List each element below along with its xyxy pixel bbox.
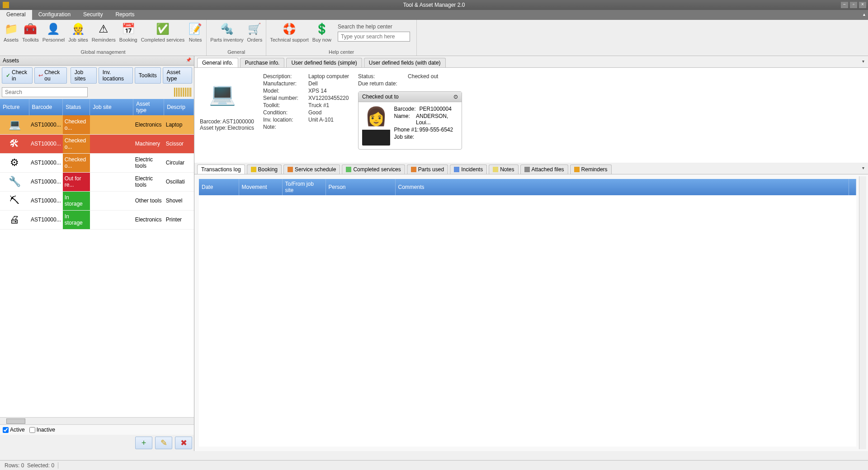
detail-tab-udf-simple[interactable]: User defined fields (simple) <box>286 58 362 67</box>
asset-thumbnail: ⛏ <box>0 191 29 210</box>
log-col-comments[interactable]: Comments <box>395 179 849 195</box>
filter-job-sites[interactable]: Job sites <box>71 67 97 84</box>
log-vertical-scrollbar[interactable] <box>859 176 866 449</box>
log-col-tofrom[interactable]: To/From job site <box>282 179 326 195</box>
edit-button[interactable]: ✎ <box>155 437 172 449</box>
asset-thumbnail: ⚙ <box>0 153 29 172</box>
table-row[interactable]: 🛠 AST10000... Checked o... Machinery Sci… <box>0 134 194 153</box>
ribbon-booking[interactable]: 📅Booking <box>118 21 139 49</box>
asset-image: 💻 <box>200 73 245 114</box>
log-col-date[interactable]: Date <box>199 179 239 195</box>
col-asset-type[interactable]: Asset type <box>133 99 164 115</box>
log-col-person[interactable]: Person <box>326 179 395 195</box>
col-barcode[interactable]: Barcode <box>29 99 63 115</box>
tab-general[interactable]: General <box>0 10 32 20</box>
tab-security[interactable]: Security <box>77 10 109 20</box>
log-tab-schedule[interactable]: Service schedule <box>283 164 340 174</box>
filter-asset-type[interactable]: Asset type <box>163 67 192 84</box>
table-row[interactable]: ⚙ AST10000... Checked o... Electric tool… <box>0 153 194 172</box>
pin-icon[interactable]: 📌 <box>186 57 191 64</box>
parts-icon: 🔩 <box>220 22 234 36</box>
close-button[interactable]: × <box>859 2 866 8</box>
col-job-site[interactable]: Job site <box>90 99 133 115</box>
log-col-movement[interactable]: Movement <box>239 179 282 195</box>
ribbon-assets[interactable]: 📁Assets <box>2 21 20 49</box>
check-in-button[interactable]: Check in <box>2 67 33 84</box>
ribbon: 📁Assets 🧰Toolkits 👤Personnel 👷Job sites … <box>0 20 868 56</box>
active-checkbox[interactable]: Active <box>3 427 25 433</box>
checked-out-to-box: Checked out to⊙ 👩 Barcode:PER1000004 Nam… <box>358 91 462 150</box>
delete-button[interactable]: ✖ <box>175 437 192 449</box>
asset-barcode: AST1000000 <box>222 118 254 125</box>
ribbon-notes[interactable]: 📝Notes <box>186 21 204 49</box>
ribbon-technical-support[interactable]: 🛟Technical support <box>268 21 311 49</box>
status-bar: Rows: 0 Selected: 0 <box>0 460 868 470</box>
table-row[interactable]: ⛏ AST10000... In storage Other tools Sho… <box>0 191 194 210</box>
ribbon-personnel[interactable]: 👤Personnel <box>41 21 67 49</box>
cart-icon: 🛒 <box>247 22 262 36</box>
tab-configuration[interactable]: Configuration <box>32 10 77 20</box>
ribbon-buy-now[interactable]: 💲Buy now <box>311 21 333 49</box>
asset-search-input[interactable] <box>2 87 88 97</box>
detail-tab-general[interactable]: General info. <box>197 58 238 67</box>
filter-toolkits[interactable]: Toolkits <box>135 67 161 84</box>
support-icon: 🛟 <box>282 22 297 36</box>
warning-icon: ⚠ <box>96 22 111 36</box>
ribbon-completed-services[interactable]: ✅Completed services <box>139 21 187 49</box>
check-out-button[interactable]: Check ou <box>34 67 67 84</box>
log-tabs-dropdown-icon[interactable]: ▾ <box>862 165 864 170</box>
log-tab-transactions[interactable]: Transactions log <box>197 164 245 174</box>
log-tab-parts[interactable]: Parts used <box>407 164 448 174</box>
ribbon-orders[interactable]: 🛒Orders <box>245 21 264 49</box>
asset-type: Electronics <box>227 125 254 131</box>
grid-horizontal-scrollbar[interactable] <box>0 417 194 424</box>
person-name: ANDERSON, Loui... <box>416 113 458 126</box>
log-tab-files[interactable]: Attached files <box>520 164 568 174</box>
info-icon <box>454 167 459 172</box>
wrench-icon <box>288 167 293 172</box>
person-phone: 959-555-6542 <box>419 127 453 133</box>
log-tab-notes[interactable]: Notes <box>489 164 518 174</box>
tab-reports[interactable]: Reports <box>109 10 141 20</box>
ribbon-group-global: Global management <box>2 49 204 56</box>
minimize-button[interactable]: − <box>841 2 848 8</box>
ribbon-group-help: Help center <box>268 49 415 56</box>
ribbon-reminders[interactable]: ⚠Reminders <box>90 21 118 49</box>
panel-title: Assets <box>3 57 19 64</box>
log-tab-incidents[interactable]: Incidents <box>450 164 487 174</box>
col-status[interactable]: Status <box>63 99 90 115</box>
calendar-icon <box>251 167 256 172</box>
col-picture[interactable]: Picture <box>0 99 29 115</box>
help-search-input[interactable] <box>338 32 410 42</box>
detail-tab-purchase[interactable]: Purchase info. <box>240 58 285 67</box>
table-row[interactable]: 🖨 AST10000... In storage Electronics Pri… <box>0 210 194 229</box>
app-icon <box>3 2 9 8</box>
col-description[interactable]: Descrip <box>164 99 194 115</box>
collapse-ribbon-icon[interactable]: ▴ <box>863 12 865 17</box>
log-tab-booking[interactable]: Booking <box>247 164 282 174</box>
transactions-grid[interactable]: Date Movement To/From job site Person Co… <box>199 179 856 446</box>
collapse-icon[interactable]: ⊙ <box>453 94 458 100</box>
filter-inv-locations[interactable]: Inv. locations <box>99 67 133 84</box>
assets-grid[interactable]: Picture Barcode Status Job site Asset ty… <box>0 99 194 417</box>
inactive-checkbox[interactable]: Inactive <box>29 427 55 433</box>
add-button[interactable]: + <box>135 437 152 449</box>
ribbon-job-sites[interactable]: 👷Job sites <box>66 21 90 49</box>
dollar-icon: 💲 <box>315 22 329 36</box>
menu-tabs: General Configuration Security Reports ▴ <box>0 10 868 20</box>
check-icon: ✅ <box>156 22 170 36</box>
gear-icon <box>411 167 416 172</box>
asset-thumbnail: 💻 <box>0 115 29 134</box>
person-icon: 👤 <box>46 22 61 36</box>
ribbon-toolkits[interactable]: 🧰Toolkits <box>20 21 41 49</box>
barcode-icon[interactable] <box>174 88 192 97</box>
maximize-button[interactable]: ▫ <box>850 2 857 8</box>
detail-tabs-dropdown-icon[interactable]: ▾ <box>862 59 864 64</box>
log-tab-reminders[interactable]: Reminders <box>570 164 612 174</box>
log-tab-completed[interactable]: Completed services <box>342 164 405 174</box>
table-row[interactable]: 🔧 AST10000... Out for re... Electric too… <box>0 172 194 191</box>
table-row[interactable]: 💻 AST10000... Checked o... Electronics L… <box>0 115 194 134</box>
detail-tab-udf-date[interactable]: User defined fields (with date) <box>364 58 446 67</box>
asset-model: XPS 14 <box>308 88 327 94</box>
ribbon-parts-inventory[interactable]: 🔩Parts inventory <box>208 21 245 49</box>
